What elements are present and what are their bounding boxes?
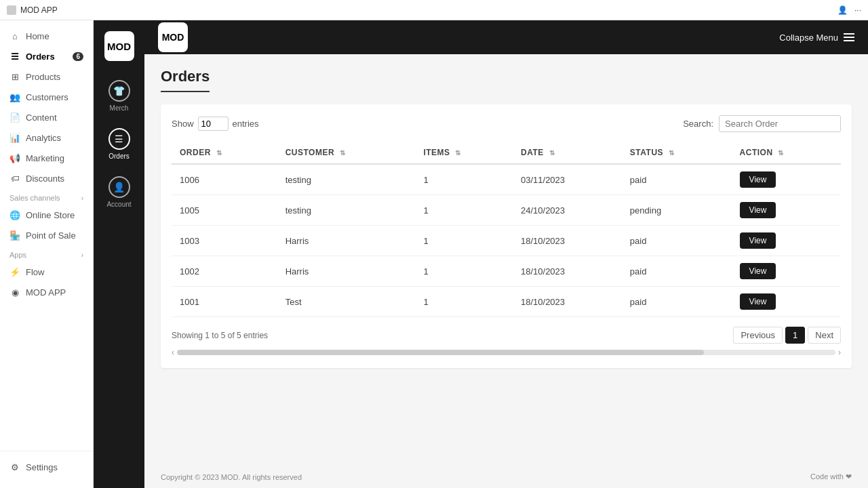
nav-item-orders[interactable]: ☰ Orders	[94, 121, 144, 167]
search-area: Search:	[683, 115, 841, 132]
cell-action: View	[732, 287, 841, 317]
col-items[interactable]: ITEMS ⇅	[415, 142, 513, 164]
sort-items-icon: ⇅	[455, 149, 461, 157]
app-icon	[7, 5, 16, 15]
cell-order: 1006	[172, 164, 277, 195]
nav-item-merch[interactable]: 👕 Merch	[94, 73, 144, 119]
flow-icon: ⚡	[9, 266, 20, 277]
col-status[interactable]: STATUS ⇅	[622, 142, 732, 164]
footer-copyright: Copyright © 2023 MOD. All rights reserve…	[161, 473, 302, 481]
col-customer-label: CUSTOMER	[285, 148, 334, 157]
col-date[interactable]: DATE ⇅	[513, 142, 622, 164]
cell-items: 1	[415, 226, 513, 256]
top-bar-right: 👤 ···	[837, 5, 861, 15]
next-page-button[interactable]: Next	[808, 327, 841, 344]
sidebar-item-analytics[interactable]: 📊 Analytics	[0, 127, 93, 148]
nav-item-account[interactable]: 👤 Account	[94, 169, 144, 215]
sidebar-label-point-of-sale: Point of Sale	[26, 230, 76, 241]
sidebar-item-orders[interactable]: ☰ Orders 6	[0, 46, 93, 66]
view-button[interactable]: View	[740, 232, 776, 249]
sort-action-icon: ⇅	[778, 149, 784, 157]
user-icon: 👤	[837, 5, 848, 15]
sidebar-item-home[interactable]: ⌂ Home	[0, 26, 93, 46]
col-order[interactable]: ORDER ⇅	[172, 142, 277, 164]
collapse-menu-button[interactable]: Collapse Menu	[779, 33, 854, 43]
showing-text: Showing 1 to 5 of 5 entries	[172, 331, 268, 340]
cell-customer: Harris	[277, 256, 416, 287]
cell-items: 1	[415, 287, 513, 317]
content-icon: 📄	[9, 112, 20, 123]
col-action[interactable]: ACTION ⇅	[732, 142, 841, 164]
view-button[interactable]: View	[740, 263, 776, 279]
sidebar-item-customers[interactable]: 👥 Customers	[0, 87, 93, 107]
cell-status: paid	[622, 287, 732, 317]
home-icon: ⌂	[9, 30, 20, 41]
scroll-left-icon[interactable]: ‹	[172, 348, 174, 357]
apps-label: Apps	[9, 251, 26, 259]
cell-order: 1003	[172, 226, 277, 256]
scroll-right-icon[interactable]: ›	[838, 348, 841, 357]
sidebar-item-content[interactable]: 📄 Content	[0, 107, 93, 127]
search-input[interactable]	[719, 115, 841, 132]
table-row: 1005 testing 1 24/10/2023 pending View	[172, 195, 841, 226]
analytics-icon: 📊	[9, 132, 20, 143]
entries-label: entries	[233, 119, 259, 129]
cell-status: paid	[622, 164, 732, 195]
header-logo-text: MOD	[162, 32, 184, 43]
view-button[interactable]: View	[740, 293, 776, 310]
sidebar-item-marketing[interactable]: 📢 Marketing	[0, 148, 93, 168]
cell-items: 1	[415, 256, 513, 287]
icon-nav: MOD 👕 Merch ☰ Orders 👤 Account	[94, 20, 144, 488]
sidebar-item-mod-app[interactable]: ◉ MOD APP	[0, 282, 93, 302]
sidebar-item-products[interactable]: ⊞ Products	[0, 66, 93, 87]
sidebar-item-online-store[interactable]: 🌐 Online Store	[0, 205, 93, 225]
col-date-label: DATE	[521, 148, 544, 157]
current-page-button[interactable]: 1	[785, 327, 805, 344]
nav-label-merch: Merch	[110, 104, 129, 112]
cell-status: pending	[622, 195, 732, 226]
content-header: MOD Collapse Menu	[144, 20, 868, 54]
cell-order: 1001	[172, 287, 277, 317]
cell-date: 18/10/2023	[513, 287, 622, 317]
sidebar-bottom: ⚙ Settings	[0, 451, 93, 483]
table-controls: Show entries Search:	[172, 115, 841, 132]
orders-nav-icon: ☰	[108, 128, 130, 150]
orders-icon: ☰	[9, 51, 20, 62]
apps-section: Apps ›	[0, 245, 93, 262]
cell-date: 18/10/2023	[513, 256, 622, 287]
orders-table-card: Show entries Search: ORDER ⇅	[161, 104, 852, 368]
page-title: Orders	[161, 68, 210, 92]
page-content: Orders Show entries Search:	[144, 54, 868, 466]
nav-label-orders: Orders	[108, 152, 130, 160]
sidebar-item-settings[interactable]: ⚙ Settings	[0, 457, 93, 477]
discounts-icon: 🏷	[9, 173, 20, 184]
collapse-menu-label: Collapse Menu	[779, 33, 838, 43]
col-customer[interactable]: CUSTOMER ⇅	[277, 142, 416, 164]
more-icon: ···	[854, 5, 861, 15]
marketing-icon: 📢	[9, 152, 20, 163]
header-logo: MOD	[158, 22, 188, 52]
sidebar-item-discounts[interactable]: 🏷 Discounts	[0, 168, 93, 188]
previous-page-button[interactable]: Previous	[733, 327, 783, 344]
view-button[interactable]: View	[740, 171, 776, 188]
account-nav-icon: 👤	[108, 176, 130, 198]
table-row: 1006 testing 1 03/11/2023 paid View	[172, 164, 841, 195]
show-entries-input[interactable]	[198, 117, 229, 131]
sidebar-item-point-of-sale[interactable]: 🏪 Point of Sale	[0, 225, 93, 245]
scroll-track[interactable]	[177, 350, 835, 355]
orders-table: ORDER ⇅ CUSTOMER ⇅ ITEMS ⇅	[172, 142, 841, 317]
table-row: 1002 Harris 1 18/10/2023 paid View	[172, 256, 841, 287]
content-area: MOD Collapse Menu Orders Show entries Se	[144, 20, 868, 488]
sidebar-label-customers: Customers	[26, 92, 68, 102]
cell-order: 1005	[172, 195, 277, 226]
sidebar-item-flow[interactable]: ⚡ Flow	[0, 262, 93, 282]
col-status-label: STATUS	[630, 148, 663, 157]
horizontal-scrollbar: ‹ ›	[172, 348, 841, 357]
nav-logo-text: MOD	[107, 41, 131, 52]
view-button[interactable]: View	[740, 202, 776, 218]
cell-date: 03/11/2023	[513, 164, 622, 195]
page-footer: Copyright © 2023 MOD. All rights reserve…	[144, 466, 868, 488]
cell-customer: testing	[277, 164, 416, 195]
hamburger-icon	[844, 33, 854, 41]
cell-action: View	[732, 256, 841, 287]
